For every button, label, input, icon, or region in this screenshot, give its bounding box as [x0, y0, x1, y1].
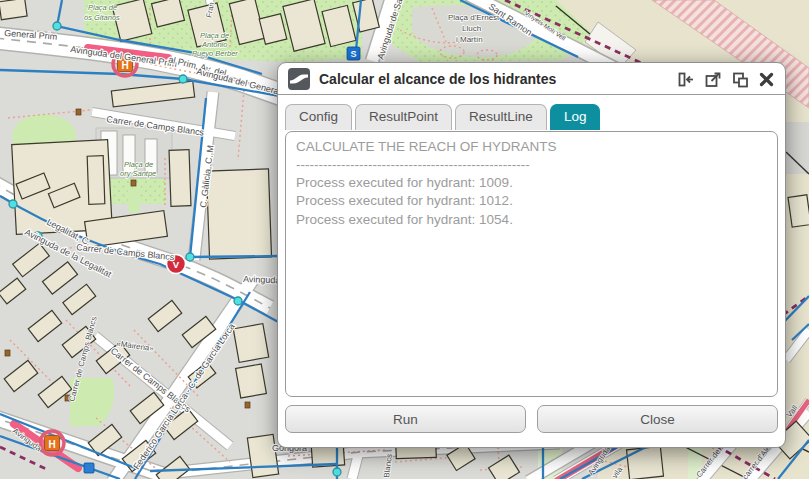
place-label: Plaça d'Ernest: [448, 13, 500, 22]
dock-left-icon[interactable]: [677, 71, 695, 88]
place-label: Lluch: [462, 24, 481, 33]
duplicate-window-icon[interactable]: [731, 71, 749, 88]
log-line: Process executed for hydrant: 1054.: [296, 211, 767, 229]
log-line: Process executed for hydrant: 1012.: [296, 192, 767, 210]
giswater-logo-icon: [288, 68, 310, 90]
dialog-title: Calcular el alcance de los hidrantes: [319, 71, 668, 87]
place-label: i Martín: [456, 35, 483, 44]
log-title-line: CALCULATE THE REACH OF HYDRANTS: [296, 138, 767, 156]
hydrant-letter: H: [48, 439, 55, 450]
s-marker[interactable]: S: [347, 47, 360, 60]
run-button[interactable]: Run: [285, 405, 526, 433]
place-label: Plaça de: [88, 3, 117, 12]
tab-bar: Config ResultPoint ResultLine Log: [278, 95, 785, 130]
tab-config[interactable]: Config: [285, 104, 352, 130]
hydrant-dialog: Calcular el alcance de los hidrantes: [277, 62, 786, 448]
s-marker-letter: S: [350, 49, 356, 59]
window-controls: [677, 71, 775, 88]
hydrant-marker-2[interactable]: H: [40, 431, 64, 455]
close-button[interactable]: Close: [537, 405, 778, 433]
place-label: ory Santpe: [120, 169, 156, 178]
log-separator: ----------------------------------------…: [296, 156, 767, 174]
close-icon[interactable]: [758, 71, 775, 88]
place-label: Plaça de: [124, 160, 153, 169]
tab-resultline[interactable]: ResultLine: [455, 104, 547, 130]
place-label: Antonio: [201, 40, 227, 49]
dialog-header[interactable]: Calcular el alcance de los hidrantes: [278, 63, 785, 95]
place-label: Pueyo Berber: [192, 49, 238, 58]
place-label: ós Gitanos: [84, 13, 120, 22]
app-window: H H V S General Prim Avinguda del Genera…: [0, 0, 809, 479]
place-label: Plaça de: [200, 31, 229, 40]
open-new-window-icon[interactable]: [704, 71, 722, 88]
log-output[interactable]: CALCULATE THE REACH OF HYDRANTS --------…: [285, 131, 778, 397]
tab-log[interactable]: Log: [550, 104, 601, 130]
tab-resultpoint[interactable]: ResultPoint: [355, 104, 452, 130]
dialog-button-row: Run Close: [278, 397, 785, 433]
street-label: Avinguda: [243, 274, 281, 285]
transit-marker[interactable]: [84, 463, 94, 473]
log-line: Process executed for hydrant: 1009.: [296, 174, 767, 192]
